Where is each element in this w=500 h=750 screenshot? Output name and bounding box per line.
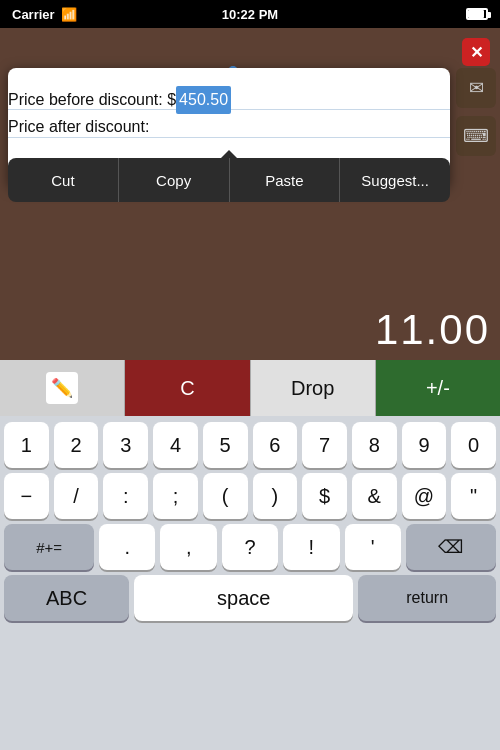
key-dollar[interactable]: $	[302, 473, 347, 519]
price-before-label: Price before discount: $	[8, 87, 176, 113]
return-button[interactable]: return	[358, 575, 496, 621]
key-minus[interactable]: −	[4, 473, 49, 519]
backspace-icon	[438, 536, 463, 558]
key-8[interactable]: 8	[352, 422, 397, 468]
notepad-button[interactable]	[0, 360, 125, 416]
drop-button[interactable]: Drop	[251, 360, 376, 416]
backspace-button[interactable]	[406, 524, 496, 570]
key-5[interactable]: 5	[203, 422, 248, 468]
key-9[interactable]: 9	[402, 422, 447, 468]
copy-button[interactable]: Copy	[119, 158, 230, 202]
number-row: 1 2 3 4 5 6 7 8 9 0	[4, 422, 496, 468]
key-quote[interactable]: "	[451, 473, 496, 519]
close-button[interactable]: ✕	[462, 38, 490, 66]
key-question[interactable]: ?	[222, 524, 278, 570]
cut-button[interactable]: Cut	[8, 158, 119, 202]
key-ampersand[interactable]: &	[352, 473, 397, 519]
alt-mode-button[interactable]: #+=	[4, 524, 94, 570]
price-before-value[interactable]: 450.50	[176, 86, 231, 114]
wifi-icon: 📶	[61, 7, 77, 22]
notepad-icon	[46, 372, 78, 404]
key-0[interactable]: 0	[451, 422, 496, 468]
right-sidebar: ✉ ⌨	[452, 68, 500, 156]
key-colon[interactable]: :	[103, 473, 148, 519]
key-4[interactable]: 4	[153, 422, 198, 468]
key-semicolon[interactable]: ;	[153, 473, 198, 519]
plusminus-button[interactable]: +/-	[376, 360, 500, 416]
key-2[interactable]: 2	[54, 422, 99, 468]
key-3[interactable]: 3	[103, 422, 148, 468]
status-bar: Carrier 📶 10:22 PM	[0, 0, 500, 28]
context-menu: Cut Copy Paste Suggest...	[8, 158, 450, 202]
space-button[interactable]: space	[134, 575, 353, 621]
key-openparen[interactable]: (	[203, 473, 248, 519]
key-closeparen[interactable]: )	[253, 473, 298, 519]
key-7[interactable]: 7	[302, 422, 347, 468]
battery-icon	[466, 8, 488, 20]
key-at[interactable]: @	[402, 473, 447, 519]
key-apostrophe[interactable]: '	[345, 524, 401, 570]
price-after-label: Price after discount:	[8, 114, 149, 140]
key-period[interactable]: .	[99, 524, 155, 570]
carrier-label: Carrier	[12, 7, 55, 22]
calc-toolbar: C Drop +/-	[0, 360, 500, 416]
keyboard: 1 2 3 4 5 6 7 8 9 0 − / : ; ( ) $ & @ " …	[0, 416, 500, 750]
symbol-row: − / : ; ( ) $ & @ "	[4, 473, 496, 519]
key-comma[interactable]: ,	[160, 524, 216, 570]
key-6[interactable]: 6	[253, 422, 298, 468]
abc-button[interactable]: ABC	[4, 575, 129, 621]
paste-button[interactable]: Paste	[230, 158, 341, 202]
number-display: 11.00	[375, 306, 490, 354]
clear-button[interactable]: C	[125, 360, 250, 416]
key-1[interactable]: 1	[4, 422, 49, 468]
time-label: 10:22 PM	[222, 7, 278, 22]
key-slash[interactable]: /	[54, 473, 99, 519]
suggest-button[interactable]: Suggest...	[340, 158, 450, 202]
app-area: ✕ Price before discount: $450.50 Price a…	[0, 28, 500, 750]
keyboard-icon[interactable]: ⌨	[456, 116, 496, 156]
close-icon: ✕	[470, 43, 483, 62]
mail-icon[interactable]: ✉	[456, 68, 496, 108]
key-exclaim[interactable]: !	[283, 524, 339, 570]
bottom-row: ABC space return	[4, 575, 496, 621]
punctuation-row: #+= . , ? ! '	[4, 524, 496, 570]
